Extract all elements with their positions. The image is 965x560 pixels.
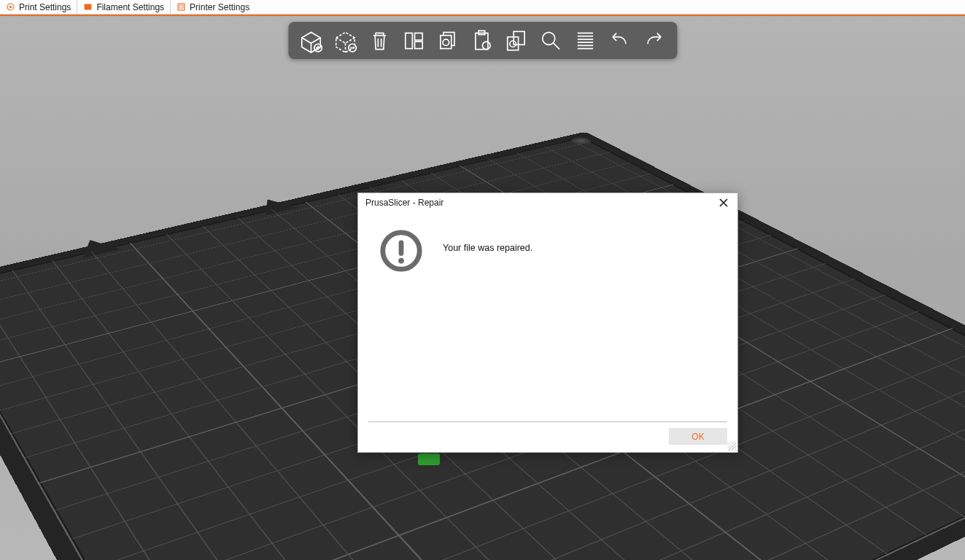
remove-button[interactable] bbox=[328, 25, 363, 56]
redo-button[interactable] bbox=[637, 25, 671, 56]
spool-icon bbox=[83, 2, 93, 12]
svg-point-11 bbox=[443, 39, 449, 45]
tab-printer-settings[interactable]: Printer Settings bbox=[171, 0, 255, 14]
settings-tabs: Print Settings Filament Settings Printer… bbox=[0, 0, 965, 15]
delete-button[interactable] bbox=[363, 25, 397, 56]
svg-point-18 bbox=[543, 32, 555, 44]
close-icon[interactable] bbox=[717, 196, 730, 209]
arrange-button[interactable] bbox=[397, 25, 431, 56]
svg-rect-10 bbox=[441, 35, 452, 48]
tab-label: Print Settings bbox=[19, 2, 71, 12]
svg-rect-7 bbox=[406, 33, 413, 48]
paste-button[interactable] bbox=[465, 25, 500, 56]
undo-button[interactable] bbox=[602, 25, 637, 56]
origin-hint bbox=[418, 454, 440, 465]
3d-viewport[interactable]: ORIGINAL PRUSA MK4 by Josef Prusa PrusaS… bbox=[0, 16, 965, 560]
copy-button[interactable] bbox=[431, 25, 465, 56]
dialog-title-text: PrusaSlicer - Repair bbox=[365, 198, 443, 208]
svg-point-14 bbox=[483, 42, 491, 50]
tab-filament-settings[interactable]: Filament Settings bbox=[77, 0, 171, 14]
ok-button[interactable]: OK bbox=[669, 428, 727, 445]
printer-icon bbox=[177, 2, 186, 12]
dialog-message: Your file was repaired. bbox=[443, 228, 532, 253]
gear-icon bbox=[6, 2, 15, 12]
instances-button[interactable] bbox=[500, 25, 534, 56]
tab-label: Filament Settings bbox=[96, 2, 164, 12]
svg-rect-4 bbox=[179, 5, 183, 8]
tab-print-settings[interactable]: Print Settings bbox=[0, 0, 77, 14]
search-button[interactable] bbox=[534, 25, 568, 56]
svg-point-1 bbox=[9, 6, 12, 8]
add-button[interactable] bbox=[294, 25, 328, 56]
svg-rect-9 bbox=[415, 42, 423, 49]
repair-dialog: PrusaSlicer - Repair Your file was repai… bbox=[357, 192, 738, 453]
top-toolbar bbox=[288, 22, 677, 59]
svg-rect-15 bbox=[508, 36, 519, 50]
tab-label: Printer Settings bbox=[190, 2, 249, 12]
svg-rect-20 bbox=[399, 240, 404, 255]
info-exclamation-icon bbox=[379, 228, 424, 273]
dialog-titlebar[interactable]: PrusaSlicer - Repair bbox=[358, 193, 737, 214]
resize-grip[interactable] bbox=[727, 442, 736, 451]
svg-point-17 bbox=[510, 41, 516, 47]
svg-point-21 bbox=[398, 258, 404, 264]
variable-layer-button[interactable] bbox=[568, 25, 602, 56]
svg-rect-8 bbox=[415, 33, 423, 40]
svg-rect-2 bbox=[85, 4, 92, 9]
